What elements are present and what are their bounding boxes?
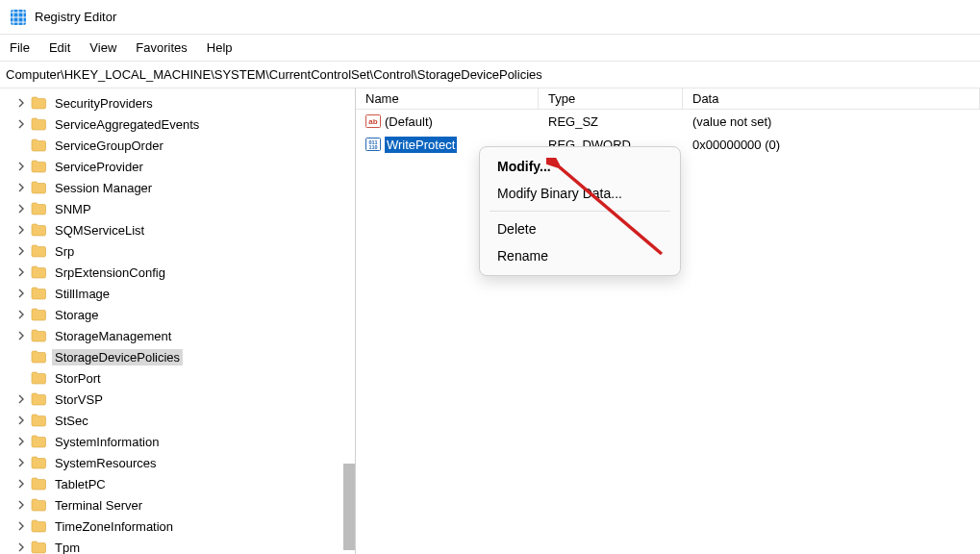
chevron-right-icon[interactable]: [15, 118, 27, 130]
tree-item-label: Session Manager: [52, 180, 155, 196]
tree-item-label: TimeZoneInformation: [52, 518, 176, 535]
tree-item-stillimage[interactable]: StillImage: [0, 283, 355, 304]
tree-item-label: Terminal Server: [52, 497, 145, 514]
tree-item-label: StorVSP: [52, 391, 106, 408]
tree-item-srp[interactable]: Srp: [0, 240, 355, 262]
tree-item-label: TabletPC: [52, 476, 109, 492]
tree-item-terminal-server[interactable]: Terminal Server: [0, 494, 355, 516]
tree-item-tabletpc[interactable]: TabletPC: [0, 473, 355, 494]
tree-item-sqmservicelist[interactable]: SQMServiceList: [0, 219, 355, 240]
list-row[interactable]: ab(Default)REG_SZ(value not set): [356, 110, 980, 133]
cell-data: 0x00000000 (0): [683, 138, 980, 152]
list-header: Name Type Data: [356, 88, 980, 110]
menu-item-modify-binary[interactable]: Modify Binary Data...: [480, 180, 680, 207]
menu-edit[interactable]: Edit: [49, 40, 70, 55]
chevron-right-icon[interactable]: [15, 309, 27, 320]
tree-item-label: StSec: [52, 413, 91, 429]
folder-icon: [31, 223, 46, 237]
menu-help[interactable]: Help: [207, 40, 233, 55]
tree-item-securityproviders[interactable]: SecurityProviders: [0, 92, 355, 113]
chevron-right-icon[interactable]: [15, 436, 27, 447]
chevron-right-icon[interactable]: [15, 520, 27, 532]
chevron-right-icon[interactable]: [15, 330, 27, 341]
folder-icon: [31, 329, 46, 342]
folder-icon: [31, 138, 46, 152]
value-name: WriteProtect: [385, 137, 457, 153]
tree-item-systeminformation[interactable]: SystemInformation: [0, 431, 355, 452]
chevron-right-icon[interactable]: [15, 203, 27, 214]
folder-icon: [31, 160, 46, 173]
binary-value-icon: 011110: [365, 137, 381, 152]
folder-icon: [31, 96, 46, 110]
tree-scrollbar-thumb[interactable]: [343, 464, 355, 550]
chevron-right-icon[interactable]: [15, 161, 27, 172]
tree-item-timezoneinformation[interactable]: TimeZoneInformation: [0, 516, 355, 537]
tree-item-srpextensionconfig[interactable]: SrpExtensionConfig: [0, 262, 355, 283]
chevron-right-icon[interactable]: [15, 541, 27, 553]
column-type[interactable]: Type: [539, 88, 683, 109]
tree-item-systemresources[interactable]: SystemResources: [0, 452, 355, 473]
tree-item-label: Storage: [52, 307, 102, 323]
chevron-right-icon[interactable]: [15, 224, 27, 236]
chevron-right-icon[interactable]: [15, 499, 27, 511]
tree-item-label: SQMServiceList: [52, 222, 147, 239]
menu-item-delete[interactable]: Delete: [480, 215, 680, 242]
folder-icon: [31, 456, 46, 469]
menu-view[interactable]: View: [89, 40, 116, 55]
content-area: SecurityProvidersServiceAggregatedEvents…: [0, 88, 980, 554]
tree-item-servicegrouporder[interactable]: ServiceGroupOrder: [0, 135, 355, 156]
folder-icon: [31, 117, 46, 131]
chevron-right-icon[interactable]: [15, 97, 27, 109]
tree-item-label: StorageManagement: [52, 328, 174, 344]
tree-item-storage[interactable]: Storage: [0, 304, 355, 325]
tree-item-storport[interactable]: StorPort: [0, 367, 355, 389]
context-menu-separator: [490, 211, 670, 212]
chevron-right-icon[interactable]: [15, 245, 27, 257]
folder-icon: [31, 181, 46, 194]
folder-icon: [31, 435, 46, 448]
chevron-right-icon[interactable]: [15, 415, 27, 426]
chevron-right-icon[interactable]: [15, 266, 27, 278]
window-root: Registry Editor File Edit View Favorites…: [0, 0, 980, 554]
column-data[interactable]: Data: [683, 88, 980, 109]
chevron-right-icon[interactable]: [15, 478, 27, 490]
folder-icon: [31, 287, 46, 300]
folder-icon: [31, 350, 46, 364]
tree-item-storagemanagement[interactable]: StorageManagement: [0, 325, 355, 346]
tree-item-serviceprovider[interactable]: ServiceProvider: [0, 156, 355, 177]
tree-item-label: StorageDevicePolicies: [52, 349, 183, 365]
folder-icon: [31, 414, 46, 427]
tree-item-label: ServiceGroupOrder: [52, 138, 166, 154]
tree-item-label: SystemInformation: [52, 434, 162, 450]
tree-item-serviceaggregatedevents[interactable]: ServiceAggregatedEvents: [0, 113, 355, 135]
folder-icon: [31, 519, 46, 533]
tree-item-stsec[interactable]: StSec: [0, 410, 355, 431]
menu-favorites[interactable]: Favorites: [136, 40, 187, 55]
tree-item-snmp[interactable]: SNMP: [0, 198, 355, 219]
tree-item-storagedevicepolicies[interactable]: StorageDevicePolicies: [0, 346, 355, 367]
tree-item-label: Srp: [52, 243, 77, 260]
folder-icon: [31, 477, 46, 491]
string-value-icon: ab: [365, 113, 381, 129]
titlebar: Registry Editor: [0, 0, 980, 35]
chevron-right-icon[interactable]: [15, 288, 27, 299]
folder-icon: [31, 244, 46, 258]
menu-item-modify[interactable]: Modify...: [480, 153, 680, 180]
tree-item-session-manager[interactable]: Session Manager: [0, 177, 355, 198]
folder-icon: [31, 392, 46, 406]
tree-item-label: SNMP: [52, 201, 94, 217]
tree-item-storvsp[interactable]: StorVSP: [0, 389, 355, 410]
folder-icon: [31, 308, 46, 321]
chevron-right-icon[interactable]: [15, 393, 27, 405]
menu-item-rename[interactable]: Rename: [480, 242, 680, 269]
menu-file[interactable]: File: [10, 40, 30, 55]
folder-icon: [31, 498, 46, 512]
column-name[interactable]: Name: [356, 88, 539, 109]
list-pane: Name Type Data ab(Default)REG_SZ(value n…: [356, 88, 980, 554]
chevron-right-icon[interactable]: [15, 182, 27, 193]
chevron-right-icon[interactable]: [15, 457, 27, 468]
tree-item-tpm[interactable]: Tpm: [0, 537, 355, 554]
addressbar[interactable]: Computer\HKEY_LOCAL_MACHINE\SYSTEM\Curre…: [0, 62, 980, 88]
folder-icon: [31, 371, 46, 385]
tree-pane[interactable]: SecurityProvidersServiceAggregatedEvents…: [0, 88, 356, 554]
